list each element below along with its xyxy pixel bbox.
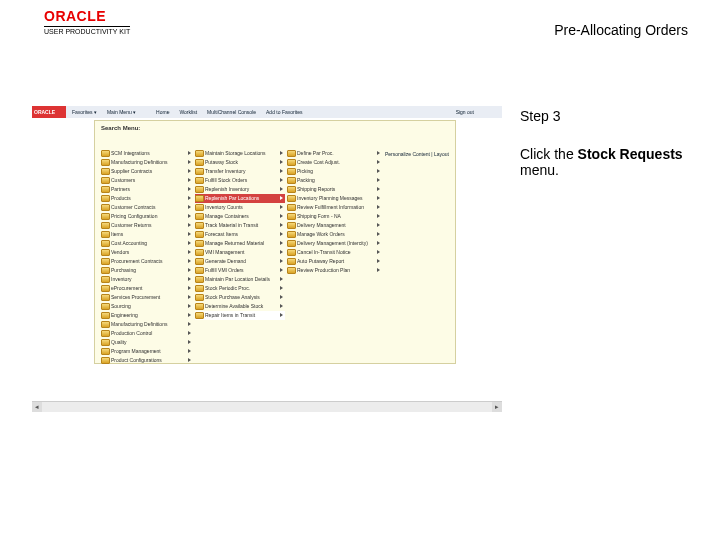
instruction-text: Click the Stock Requests menu.	[520, 146, 700, 178]
scroll-left-icon[interactable]: ◂	[32, 402, 42, 412]
menu-item[interactable]: Cost Accounting	[101, 239, 193, 248]
menu-item[interactable]: Manufacturing Definitions	[101, 320, 193, 329]
menu-item[interactable]: Inventory	[101, 275, 193, 284]
menu-item[interactable]: Fulfill VMI Orders	[195, 266, 285, 275]
menu-col3: Define Par Proc.Create Cost Adjust.Picki…	[287, 149, 382, 275]
top-nav: Favorites ▾ Main Menu ▾ Home Worklist Mu…	[66, 106, 502, 118]
menu-item[interactable]: Supplier Contracts	[101, 167, 193, 176]
menu-col1: SCM IntegrationsManufacturing Definition…	[101, 149, 193, 365]
instr-suffix: menu.	[520, 162, 559, 178]
menu-item[interactable]: Auto Putaway Report	[287, 257, 382, 266]
menu-item[interactable]: Manage Containers	[195, 212, 285, 221]
menu-item[interactable]: Pricing Configuration	[101, 212, 193, 221]
menu-item[interactable]: Manufacturing Definitions	[101, 158, 193, 167]
menu-item[interactable]: Customers	[101, 176, 193, 185]
menu-item[interactable]: Items	[101, 230, 193, 239]
menu-item[interactable]: Determine Available Stock	[195, 302, 285, 311]
menu-item[interactable]: Services Procurement	[101, 293, 193, 302]
menu-item[interactable]: Sourcing	[101, 302, 193, 311]
menu-panel: Search Menu: Personalize Content | Layou…	[94, 120, 456, 364]
menu-item[interactable]: Inventory Planning Messages	[287, 194, 382, 203]
menu-item[interactable]: Define Par Proc.	[287, 149, 382, 158]
menu-item[interactable]: Maintain Storage Locations	[195, 149, 285, 158]
menu-item[interactable]: Cancel In-Transit Notice	[287, 248, 382, 257]
app-screenshot: ORACLE Favorites ▾ Main Menu ▾ Home Work…	[32, 102, 502, 412]
menu-item[interactable]: Track Material in Transit	[195, 221, 285, 230]
menu-item[interactable]: Fulfill Stock Orders	[195, 176, 285, 185]
nav-item[interactable]: Home	[156, 109, 169, 115]
oracle-logo: ORACLE USER PRODUCTIVITY KIT	[44, 8, 130, 35]
menu-item[interactable]: SCM Integrations	[101, 149, 193, 158]
nav-item[interactable]: MultiChannel Console	[207, 109, 256, 115]
step-label: Step 3	[520, 108, 700, 124]
hscrollbar[interactable]: ◂ ▸	[32, 401, 502, 412]
app-brand: ORACLE	[32, 106, 68, 118]
menu-item[interactable]: Customer Contracts	[101, 203, 193, 212]
menu-item[interactable]: Shipping Reports	[287, 185, 382, 194]
menu-item[interactable]: Program Management	[101, 347, 193, 356]
page-title: Pre-Allocating Orders	[554, 22, 688, 38]
logo-main: ORACLE	[44, 8, 130, 24]
menu-item[interactable]: Maintain Par Location Details	[195, 275, 285, 284]
nav-item[interactable]: Worklist	[179, 109, 197, 115]
menu-item[interactable]: Shipping Form - NA	[287, 212, 382, 221]
menu-item[interactable]: Production Control	[101, 329, 193, 338]
menu-item[interactable]: Manage Work Orders	[287, 230, 382, 239]
menu-item[interactable]: Repair Items in Transit	[195, 311, 285, 320]
panel-title: Search Menu:	[101, 125, 140, 131]
menu-item[interactable]: Delivery Management	[287, 221, 382, 230]
nav-item[interactable]: Add to Favorites	[266, 109, 302, 115]
menu-item[interactable]: Products	[101, 194, 193, 203]
menu-item[interactable]: Quality	[101, 338, 193, 347]
menu-item[interactable]: Manage Returned Material	[195, 239, 285, 248]
instr-prefix: Click the	[520, 146, 578, 162]
menu-item[interactable]: Vendors	[101, 248, 193, 257]
menu-item[interactable]: Forecast Items	[195, 230, 285, 239]
menu-item[interactable]: Packing	[287, 176, 382, 185]
menu-item[interactable]: Putaway Stock	[195, 158, 285, 167]
menu-item[interactable]: Delivery Management (Intercity)	[287, 239, 382, 248]
instruction-panel: Step 3 Click the Stock Requests menu.	[520, 108, 700, 178]
menu-item[interactable]: eProcurement	[101, 284, 193, 293]
instr-bold: Stock Requests	[578, 146, 683, 162]
menu-item[interactable]: Product Configurations	[101, 356, 193, 365]
menu-item[interactable]: Replenish Inventory	[195, 185, 285, 194]
menu-item[interactable]: Procurement Contracts	[101, 257, 193, 266]
menu-item[interactable]: Replenish Par Locations	[195, 194, 285, 203]
menu-item[interactable]: Inventory Counts	[195, 203, 285, 212]
menu-item[interactable]: Picking	[287, 167, 382, 176]
menu-item[interactable]: Engineering	[101, 311, 193, 320]
nav-item[interactable]: Favorites ▾	[72, 109, 97, 115]
menu-item[interactable]: Stock Purchase Analysis	[195, 293, 285, 302]
menu-item[interactable]: Review Fulfillment Information	[287, 203, 382, 212]
logo-sub: USER PRODUCTIVITY KIT	[44, 26, 130, 35]
menu-item[interactable]: Transfer Inventory	[195, 167, 285, 176]
nav-signout[interactable]: Sign out	[456, 109, 474, 115]
menu-item[interactable]: Generate Demand	[195, 257, 285, 266]
menu-item[interactable]: Review Production Plan	[287, 266, 382, 275]
scroll-right-icon[interactable]: ▸	[492, 402, 502, 412]
menu-item[interactable]: Create Cost Adjust.	[287, 158, 382, 167]
nav-item[interactable]: Main Menu ▾	[107, 109, 136, 115]
menu-item[interactable]: VMI Management	[195, 248, 285, 257]
menu-item[interactable]: Purchasing	[101, 266, 193, 275]
menu-item[interactable]: Stock Periodic Proc.	[195, 284, 285, 293]
menu-item[interactable]: Customer Returns	[101, 221, 193, 230]
menu-col2: Maintain Storage LocationsPutaway StockT…	[195, 149, 285, 320]
personalize-link[interactable]: Personalize Content | Layout	[385, 151, 449, 157]
menu-item[interactable]: Partners	[101, 185, 193, 194]
